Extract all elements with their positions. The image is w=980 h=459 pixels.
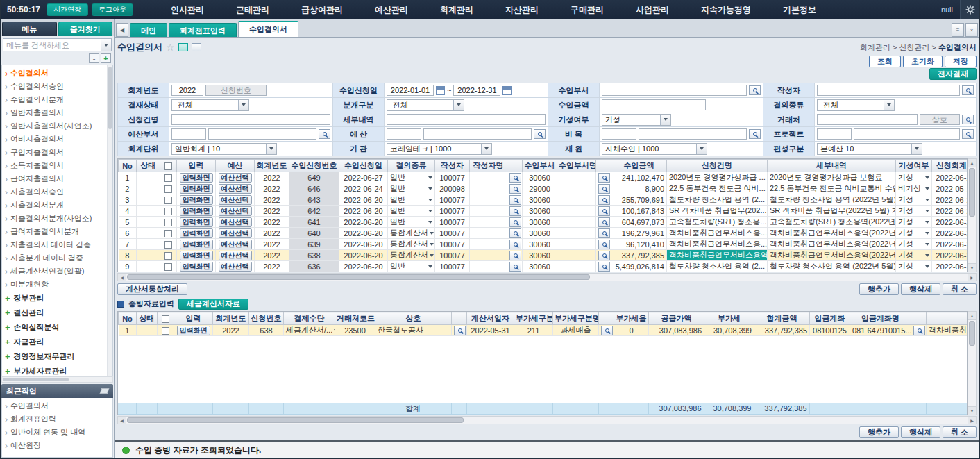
writer-cell[interactable]: 100077	[435, 228, 470, 239]
expand-plus-icon[interactable]: +	[5, 294, 10, 303]
cancel-button[interactable]: 취 소	[943, 283, 977, 295]
request-no-cell[interactable]: 640	[289, 228, 339, 239]
acct-date-cell[interactable]: 2022-06-20	[932, 206, 968, 217]
income-amount-input[interactable]	[602, 99, 706, 110]
completion-cell[interactable]: 기성	[896, 172, 932, 183]
budget-name-input[interactable]	[423, 128, 532, 140]
input-screen-button[interactable]: 입력화면	[177, 326, 210, 335]
detail-cell[interactable]: 객차비품취급업무서비스용역(2022년5월) 기성	[768, 239, 896, 250]
decision-type-cell[interactable]: 일반	[388, 183, 435, 194]
sidebar-tab-favorites[interactable]: 즐겨찾기	[58, 22, 113, 36]
budget-select-button[interactable]: 예산선택	[219, 195, 252, 205]
writer-cell[interactable]: 100077	[435, 206, 470, 217]
dept-search-cell[interactable]	[596, 194, 611, 206]
dept-search-cell[interactable]	[596, 228, 611, 239]
expense-item-name-input[interactable]	[639, 128, 747, 140]
request-title-cell[interactable]: 2020년도 경영평가성과급 ...	[667, 172, 768, 183]
request-no-cell[interactable]: 638	[289, 250, 339, 261]
amount-cell[interactable]: 5,499,026,814	[611, 261, 667, 272]
writer-name-cell[interactable]	[470, 172, 507, 183]
request-no-cell[interactable]: 649	[289, 172, 339, 183]
top-menu-item[interactable]: 예산관리	[359, 0, 424, 19]
vat-rate-cell[interactable]: 0	[614, 325, 649, 336]
note-search-cell[interactable]	[911, 325, 927, 336]
project-search-button[interactable]	[962, 129, 974, 139]
detail-cell[interactable]: 객차비품취급업무서비스용역(2022년5월) 기성	[768, 228, 896, 239]
tree-item[interactable]: › 소득지출결의서	[5, 159, 105, 172]
completion-cell[interactable]: 기성	[896, 250, 932, 261]
decision-type-select[interactable]: -전체-	[817, 99, 895, 111]
dept-name-cell[interactable]	[557, 172, 596, 183]
scrollbar-thumb[interactable]	[127, 417, 464, 423]
acct-date-cell[interactable]: 2022-06-20	[932, 194, 968, 206]
budget-select-cell[interactable]: 예산선택	[216, 261, 255, 272]
tree-item[interactable]: › 수입결의서분개	[5, 93, 105, 106]
request-no-cell[interactable]: 636	[289, 261, 339, 272]
recent-work-item[interactable]: › 회계전표입력	[5, 412, 110, 426]
vertical-scrollbar[interactable]: ▲ ▼	[968, 311, 977, 415]
tax-invoice-button[interactable]: 세금계산서자료	[178, 299, 248, 310]
detail-cell[interactable]: 고속철도차량(SRT) 청소용역(2022년5월) 기성	[768, 217, 896, 228]
tree-horizontal-scrollbar[interactable]	[1, 376, 113, 383]
request-no-cell[interactable]: 642	[289, 206, 339, 217]
input-screen-button[interactable]: 입력화면	[180, 228, 213, 238]
electronic-approval-button[interactable]: 전자결재	[929, 68, 977, 80]
recent-work-item[interactable]: › 수입결의서	[5, 399, 110, 412]
expand-all-button[interactable]: +	[101, 53, 111, 63]
top-menu-item[interactable]: 급상여관리	[285, 0, 359, 19]
search-button[interactable]	[598, 251, 610, 260]
budget-select-button[interactable]: 예산선택	[219, 251, 252, 260]
grid-row[interactable]: 2 입력화면 예산선택 2022 646 2022-06-24 일반	[119, 183, 968, 194]
tree-item[interactable]: › 세금계산서연결(일괄)	[5, 265, 105, 278]
tree-item[interactable]: › 지출결의서승인	[5, 185, 105, 199]
request-date-cell[interactable]: 2022-06-20	[339, 250, 388, 261]
writer-cell[interactable]: 100077	[435, 239, 470, 250]
tree-item[interactable]: › 급여지출결의서분개	[5, 225, 105, 238]
checkbox-cell[interactable]	[160, 261, 177, 272]
tree-group[interactable]: + 자금관리	[5, 335, 105, 349]
decision-type-cell[interactable]: 통합계산서	[388, 250, 435, 261]
top-menu-item[interactable]: 사업관리	[620, 0, 685, 19]
request-title-cell[interactable]: 철도차량 청소사업 용역 (2...	[667, 194, 768, 206]
row-checkbox[interactable]	[164, 174, 172, 182]
search-button[interactable]	[598, 206, 610, 216]
input-screen-cell[interactable]: 입력화면	[177, 250, 216, 261]
fiscal-year-cell[interactable]: 2022	[255, 250, 289, 261]
grid-row[interactable]: 5 입력화면 예산선택 2022 641 2022-06-20 일반	[119, 217, 968, 228]
expense-item-code-input[interactable]	[602, 128, 636, 140]
row-checkbox[interactable]	[164, 219, 172, 226]
request-date-cell[interactable]: 2022-06-20	[339, 228, 388, 239]
search-button[interactable]	[598, 240, 610, 249]
tree-group[interactable]: + 경영정보재무관리	[5, 349, 105, 364]
amount-cell[interactable]: 8,900	[611, 183, 667, 194]
calendar-icon[interactable]	[502, 86, 512, 95]
input-screen-cell[interactable]: 입력화면	[177, 261, 216, 272]
request-date-cell[interactable]: 2022-06-20	[339, 261, 388, 272]
tree-item[interactable]: › 수입결의서	[5, 67, 105, 80]
tree-item[interactable]: › 일반지출결의서	[5, 106, 105, 119]
request-no-input[interactable]	[205, 85, 267, 96]
row-checkbox[interactable]	[162, 327, 169, 335]
tree-group[interactable]: + 결산관리	[5, 306, 105, 320]
row-add-button[interactable]: 행추가	[859, 426, 899, 438]
vat-amount-cell[interactable]: 30,708,399	[704, 325, 754, 336]
budget-select-button[interactable]: 예산선택	[219, 228, 252, 238]
clear-recent-icon[interactable]	[100, 388, 110, 394]
grid-row[interactable]: 1 입력화면 예산선택 2022 649 2022-06-27 일반	[119, 172, 968, 183]
request-title-cell[interactable]: 객차비품취급업무서비스용...	[667, 228, 768, 239]
request-date-cell[interactable]: 2022-06-20	[339, 194, 388, 206]
writer-name-cell[interactable]	[470, 194, 507, 206]
horizontal-scrollbar[interactable]: ◀ ▶	[117, 416, 977, 424]
income-date-from-input[interactable]	[387, 85, 434, 96]
budget-code-input[interactable]	[387, 128, 421, 140]
input-screen-cell[interactable]: 입력화면	[177, 206, 216, 217]
extend-time-button[interactable]: 시간연장	[47, 3, 88, 16]
tab-list-button[interactable]: ≡	[952, 23, 964, 37]
row-checkbox[interactable]	[164, 197, 172, 204]
acct-date-cell[interactable]: 2022-06-20	[932, 239, 968, 250]
grid-row[interactable]: 8 입력화면 예산선택 2022 638 2022-06-20 통합계산서	[119, 250, 968, 261]
decision-type-cell[interactable]: 일반	[388, 194, 435, 206]
row-checkbox[interactable]	[164, 263, 172, 271]
tree-item[interactable]: › 일반지출결의서(사업소)	[5, 119, 105, 133]
writer-cell[interactable]: 100077	[435, 261, 470, 272]
